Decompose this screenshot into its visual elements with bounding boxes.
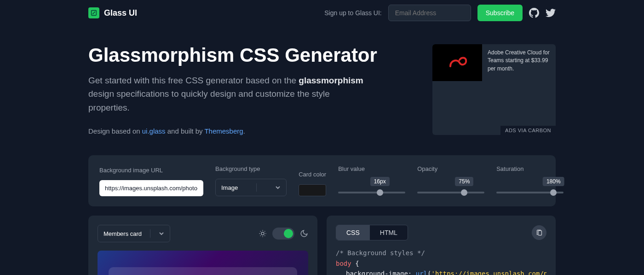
preview-card: Team members See all xyxy=(98,251,308,275)
subscribe-button[interactable]: Subscribe xyxy=(477,5,523,21)
opacity-label: Opacity xyxy=(417,165,484,172)
tab-css[interactable]: CSS xyxy=(336,225,370,240)
logo-icon xyxy=(88,7,99,18)
code-selector: body xyxy=(336,260,351,267)
credits-mid: and built by xyxy=(166,127,205,135)
chevron-down-icon xyxy=(275,185,281,190)
subtitle-post: design specifications to quickly design … xyxy=(88,89,330,112)
twitter-icon[interactable] xyxy=(546,8,556,18)
copy-button[interactable] xyxy=(532,225,546,240)
theme-toggle[interactable] xyxy=(272,228,294,240)
svg-rect-3 xyxy=(538,230,542,235)
code-body: /* Background styles */ body { backgroun… xyxy=(336,248,546,275)
bg-type-select[interactable]: Image xyxy=(215,179,287,196)
saturation-value-badge: 180% xyxy=(543,177,564,186)
themesberg-link[interactable]: Themesberg xyxy=(204,127,243,135)
github-icon[interactable] xyxy=(529,8,539,18)
tab-html[interactable]: HTML xyxy=(370,225,408,240)
page-subtitle: Get started with this free CSS generator… xyxy=(88,74,364,114)
credits: Design based on ui.glass and built by Th… xyxy=(88,127,405,135)
chevron-down-icon xyxy=(159,231,164,236)
subtitle-strong: glassmorphism xyxy=(299,76,363,85)
ad-text: Adobe Creative Cloud for Teams starting … xyxy=(482,44,556,135)
email-field[interactable] xyxy=(388,5,471,21)
card-color-label: Card color xyxy=(299,171,326,178)
page-title: Glassmorphism CSS Generator xyxy=(88,44,405,66)
code-prop1: background-image xyxy=(346,270,408,275)
subtitle-pre: Get started with this free CSS generator… xyxy=(88,76,299,85)
moon-icon xyxy=(300,229,308,238)
credits-pre: Design based on xyxy=(88,127,142,135)
preview-type-value: Members card xyxy=(104,230,142,237)
code-func: url xyxy=(416,270,427,275)
bg-type-label: Background type xyxy=(215,165,287,172)
uiglass-link[interactable]: ui.glass xyxy=(142,127,166,135)
blur-label: Blur value xyxy=(338,165,405,172)
opacity-slider[interactable]: 75% xyxy=(417,179,484,196)
saturation-slider[interactable]: 180% xyxy=(496,179,564,196)
blur-value-badge: 16px xyxy=(370,177,390,186)
controls-panel: Background image URL Background type Ima… xyxy=(88,155,556,206)
code-tabs: CSS HTML xyxy=(336,225,408,240)
carbon-ad[interactable]: Adobe Creative Cloud for Teams starting … xyxy=(432,44,556,135)
preview-panel: Members card Team members See all xyxy=(88,216,317,275)
blur-slider[interactable]: 16px xyxy=(338,179,405,196)
credits-post: . xyxy=(243,127,245,135)
adobe-icon xyxy=(432,44,482,81)
code-comment: /* Background styles */ xyxy=(336,249,425,257)
sun-icon xyxy=(259,229,267,238)
glass-card: Team members See all xyxy=(109,267,297,275)
opacity-value-badge: 75% xyxy=(455,177,473,186)
bg-url-label: Background image URL xyxy=(99,167,203,174)
card-color-swatch[interactable] xyxy=(299,184,326,196)
code-panel: CSS HTML /* Background styles */ body { … xyxy=(327,216,556,275)
bg-url-input[interactable] xyxy=(99,180,203,196)
code-brace: { xyxy=(351,260,359,267)
code-string: 'https://images.unsplash.com/photo-15196… xyxy=(431,270,546,275)
clipboard-icon xyxy=(536,229,543,236)
saturation-label: Saturation xyxy=(496,165,564,172)
brand-name: Glass UI xyxy=(104,8,137,18)
svg-point-1 xyxy=(261,232,264,235)
logo[interactable]: Glass UI xyxy=(88,7,137,18)
signup-label: Sign up to Glass UI: xyxy=(324,9,382,17)
bg-type-value: Image xyxy=(221,184,238,191)
preview-type-select[interactable]: Members card xyxy=(98,225,170,242)
ad-via: ADS VIA CARBON xyxy=(500,126,556,135)
